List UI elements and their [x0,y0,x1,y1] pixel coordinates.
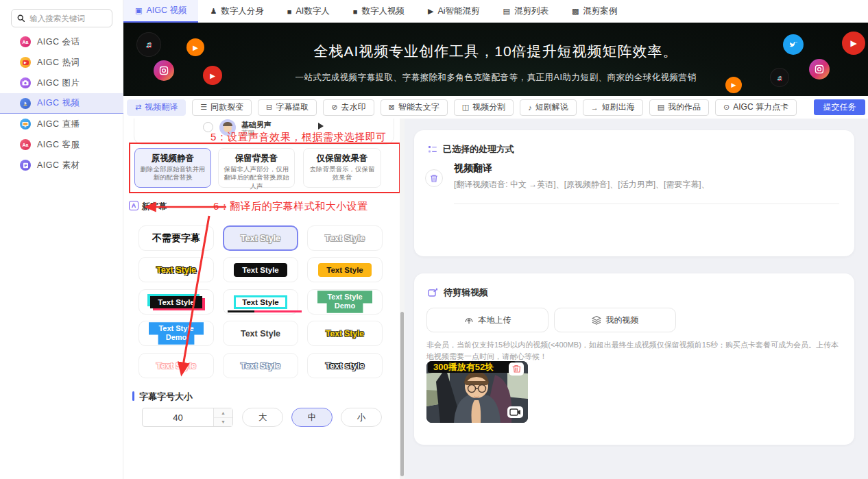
tab-mix-cases[interactable]: ▩ 混剪案例 [560,0,629,23]
style-sample-text: Text Style [234,295,287,309]
tool-video-split[interactable]: ◫ 视频分割 [454,99,514,116]
my-videos-button[interactable]: 我的视频 [554,308,676,332]
subtitle-style-green-tab[interactable]: Text Style Demo [307,289,383,315]
stepper-up-icon[interactable]: ▲ [214,408,232,418]
tab-ai-digital-human[interactable]: ■ AI数字人 [276,0,341,23]
style-sample-text: Text Style [150,296,202,308]
local-upload-button[interactable]: 本地上传 [426,308,548,332]
subtitle-style-no-subtitle[interactable]: 不需要字幕 [138,225,214,251]
delete-video-button[interactable] [509,363,524,376]
stepper-down-icon[interactable]: ▼ [214,418,232,427]
search-input[interactable] [29,14,106,23]
sidebar-item-aigc-live[interactable]: AIGC 直播 [0,114,123,134]
hot-video-icon: ▶ [20,57,31,68]
sidebar-item-aigc-materials[interactable]: AIGC 素材 [0,155,123,175]
style-sample-text: Text Style [156,265,196,275]
local-upload-label: 本地上传 [479,315,511,326]
feature-toolbar: ⇄ 视频翻译 ☰ 同款裂变 ⊟ 字幕提取 ⊘ 去水印 ⊠ 智能去文字 ◫ 视频分… [123,96,868,119]
trash-icon [430,174,438,183]
size-button-small[interactable]: 小 [341,408,382,427]
tool-aigc-points-card[interactable]: ⊙ AIGC 算力点卡 [715,99,797,116]
sidebar-item-aigc-images[interactable]: AIGC 图片 [0,73,123,93]
subtitle-style-slate-outline[interactable]: Text Style [223,353,298,378]
banner-title: 全栈AI视频专业创作工具，10倍提升短视频矩阵效率。 [123,42,868,61]
watermark-icon: ⊘ [331,103,337,112]
tab-ai-smart-mix[interactable]: ▶ Ai智能混剪 [416,0,492,23]
summary-area: 已选择的处理方式 视频翻译 [翻译视频语音: 中文 →英语]、[原视频静音]、[… [405,119,868,479]
membership-note: 非会员，当前仅支持15秒以内的视频(<400MB)，如超出最终生成视频仅保留视频… [426,339,843,362]
font-size-input[interactable] [143,408,213,426]
tab-digital-human-avatar[interactable]: ♟ 数字人分身 [198,0,275,23]
subtitle-style-cyan-frame[interactable]: Text Style [223,289,298,315]
tab-digital-human-video[interactable]: ■ 数字人视频 [341,0,416,23]
camera-icon [20,77,31,88]
subtitle-style-plain[interactable]: Text Style [223,321,298,346]
text-remove-icon: ⊠ [389,103,395,112]
tab-mix-list[interactable]: ▤ 混剪列表 [492,0,560,23]
sidebar-item-aigc-video[interactable]: AIGC 视频 [0,93,123,114]
subtitle-style-black-box[interactable]: Text Style [223,257,298,282]
clips-title: 待剪辑视频 [444,286,488,299]
tool-drama-overseas[interactable]: → 短剧出海 [583,99,643,116]
annotation-step6: 6：翻译后的字幕样式和大小设置 [213,200,368,213]
tool-label: AIGC 算力点卡 [733,101,788,113]
sidebar-item-aigc-service[interactable]: Aa AIGC 客服 [0,134,123,155]
live-monitor-icon [20,119,31,130]
tool-same-style-fission[interactable]: ☰ 同款裂变 [192,99,252,116]
video-thumbnail[interactable]: 300播放有52块 [426,361,528,423]
sound-option-keep-effects[interactable]: 仅保留效果音 去除背景音乐，仅保留效果音 [303,148,381,188]
chat-aa-icon: Aa [20,36,31,47]
sidebar-item-label: AIGC 热词 [37,57,80,69]
subtitle-style-blue-tab[interactable]: Text Style Demo [138,321,214,346]
video-play-icon [20,98,31,109]
subtitle-style-outline-gray[interactable]: Text Style [307,225,383,251]
subtitle-style-pink-outline[interactable]: Text Style [138,353,214,378]
remove-method-button[interactable] [425,169,443,187]
person-icon: ♟ [210,7,217,16]
clips-card: 待剪辑视频 本地上传 我的视频 非会员，当前仅支持15秒以内的视频(<400MB… [414,273,854,445]
tool-label: 同款裂变 [210,101,243,113]
style-sample-text: Text Style [234,263,287,277]
style-sample-text: Text Style [326,329,364,339]
style-sample-text: Text Style [156,361,196,371]
tiktok-icon: ♫ [771,69,788,86]
tool-video-translate[interactable]: ⇄ 视频翻译 [127,99,186,116]
submit-task-button[interactable]: 提交任务 [814,99,865,115]
kuaishou-icon: ▶ [725,77,742,93]
sidebar-item-aigc-chat[interactable]: Aa AIGC 会话 [0,32,123,52]
style-sample-text: Text Style Demo [317,291,372,312]
font-size-section-title: 字幕字号大小 [139,391,193,403]
play-icon[interactable] [318,123,324,130]
subtitle-style-glitch-box[interactable]: Text Style [138,289,214,315]
tool-my-works[interactable]: ▤ 我的作品 [649,99,709,116]
instagram-icon [809,59,830,79]
sound-option-title: 原视频静音 [135,153,210,164]
subtitle-style-yellow-outline[interactable]: Text Style [138,257,214,282]
robot-icon: ■ [353,8,358,16]
subtitle-style-amber-box[interactable]: Text Style [307,257,383,282]
sound-option-keep-background[interactable]: 保留背景音 保留非人声部分，仅用翻译后的配音替换原始人声 [218,148,295,188]
size-button-medium[interactable]: 中 [291,408,333,427]
subtitle-style-black-outline[interactable]: Text style [307,353,383,378]
tab-label: 混剪列表 [514,5,548,17]
tool-drama-narration[interactable]: ♪ 短剧解说 [520,99,577,116]
tab-label: AI数字人 [296,5,329,17]
archive-icon: ▩ [572,7,579,16]
tab-label: 数字人分身 [221,5,264,17]
app-window: ▣ AIGC 视频 ♟ 数字人分身 ■ AI数字人 ■ 数字人视频 ▶ Ai智能… [0,0,868,479]
left-sidebar: Aa AIGC 会话 ▶ AIGC 热词 AIGC 图片 AIGC 视频 [0,0,123,479]
sidebar-item-aigc-hotwords[interactable]: ▶ AIGC 热词 [0,52,123,73]
subtitle-style-outline-gray-selected[interactable]: Text Style [223,225,298,251]
sound-option-desc: 去除背景音乐，仅保留效果音 [304,164,381,182]
tool-smart-text-remove[interactable]: ⊠ 智能去文字 [381,99,448,116]
tool-remove-watermark[interactable]: ⊘ 去水印 [323,99,374,116]
size-button-large[interactable]: 大 [242,408,283,427]
search-icon [17,14,25,23]
tool-subtitle-extract[interactable]: ⊟ 字幕提取 [258,99,317,116]
subtitle-style-yellow-outline-small[interactable]: Text Style [307,321,383,346]
sound-option-mute-original[interactable]: 原视频静音 删除全部原始音轨并用新的配音替换 [134,148,211,188]
new-subtitle-label: 新字幕 [142,201,167,212]
clips-header: 待剪辑视频 [428,286,488,299]
tab-aigc-video[interactable]: ▣ AIGC 视频 [123,0,198,23]
panel-scrollbar-thumb[interactable] [400,312,404,476]
